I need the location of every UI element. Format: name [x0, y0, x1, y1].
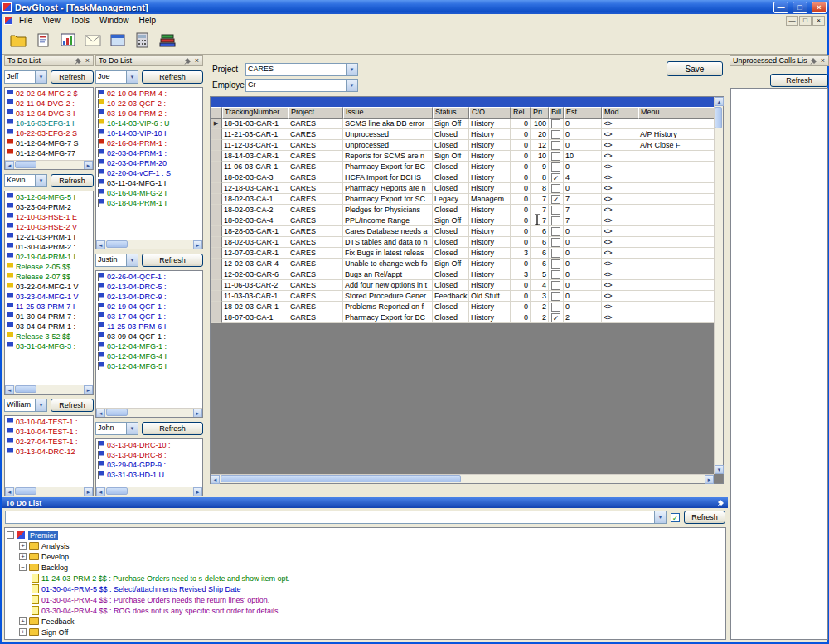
employee-combo[interactable]: Cr ▼ — [245, 79, 358, 92]
row-selector[interactable] — [211, 172, 222, 183]
menu-window[interactable]: Window — [95, 16, 134, 25]
scroll-thumb[interactable] — [715, 107, 722, 128]
scroll-track[interactable] — [14, 385, 84, 394]
close-icon[interactable]: × — [85, 57, 90, 65]
table-row[interactable]: 11-12-03-CAR-1CARESUnprocessedClosedHist… — [211, 140, 714, 151]
todo-item[interactable]: 03-31-04-MFG-3 : — [7, 341, 93, 351]
bill-checkbox[interactable] — [551, 292, 560, 301]
row-selector[interactable] — [211, 151, 222, 162]
tree-horizontal-scrollbar[interactable]: ◄► — [5, 487, 93, 496]
tree-row[interactable]: 01-30-04-PRM-4 $$ : Purchase Orders need… — [32, 594, 724, 605]
save-button[interactable]: Save — [667, 61, 723, 76]
todo-item[interactable]: Release 2-05 $$ — [7, 262, 93, 272]
todo-item[interactable]: 02-16-04-PRM-1 : — [98, 138, 202, 148]
bill-checkbox[interactable] — [551, 238, 560, 247]
column-header-status[interactable]: Status — [433, 107, 469, 119]
column-header-est[interactable]: Est — [564, 107, 602, 119]
bill-checkbox[interactable] — [551, 259, 560, 269]
scroll-right-icon[interactable]: ► — [705, 475, 714, 484]
column-header-bill[interactable]: Bill — [549, 107, 564, 119]
chevron-down-icon[interactable]: ▼ — [346, 64, 357, 75]
table-row[interactable]: 11-06-03-CAR-1CARESPharmacy Export for B… — [211, 162, 714, 172]
bill-checkbox[interactable] — [551, 270, 560, 279]
report-icon[interactable] — [32, 29, 54, 51]
row-selector[interactable] — [211, 248, 222, 259]
table-row[interactable]: 18-14-03-CAR-1CARESReports for SCMS are … — [211, 151, 714, 162]
collapse-icon[interactable]: − — [19, 564, 27, 571]
tree-row[interactable]: +Sign Off — [19, 627, 724, 637]
window-icon[interactable] — [106, 29, 128, 51]
row-selector[interactable] — [211, 269, 222, 280]
todo-item[interactable]: 02-03-04-PRM-20 — [98, 158, 202, 168]
maximize-button[interactable]: □ — [793, 2, 807, 13]
row-selector[interactable] — [211, 194, 222, 205]
chevron-down-icon[interactable]: ▼ — [654, 511, 666, 523]
todo-item[interactable]: 03-18-04-PRM-1 I — [98, 198, 202, 208]
todo-item[interactable]: 02-13-04-DRC-5 : — [98, 282, 202, 292]
todo-item[interactable]: 02-26-04-QCF-1 : — [98, 272, 202, 282]
row-selector[interactable] — [211, 291, 222, 302]
menu-help[interactable]: Help — [134, 16, 162, 25]
tree-row[interactable]: +Analysis — [19, 540, 724, 551]
scroll-left-icon[interactable]: ◄ — [96, 487, 105, 496]
row-selector[interactable] — [211, 280, 222, 291]
column-header-issue[interactable]: Issue — [343, 107, 433, 119]
scroll-track[interactable] — [105, 409, 193, 417]
scroll-thumb[interactable] — [15, 487, 36, 495]
todo-item[interactable]: 03-13-04-DRC-8 : — [98, 450, 202, 460]
scroll-right-icon[interactable]: ► — [193, 240, 202, 249]
refresh-button[interactable]: Refresh — [142, 422, 203, 435]
pin-icon[interactable] — [75, 57, 82, 65]
todo-item[interactable]: 03-12-04-MFG-4 I — [98, 351, 202, 361]
scroll-track[interactable] — [715, 106, 723, 465]
bill-checkbox[interactable] — [551, 152, 560, 161]
chevron-down-icon[interactable]: ▼ — [35, 71, 46, 83]
row-selector[interactable] — [211, 205, 222, 215]
row-selector[interactable] — [211, 302, 222, 312]
todo-item[interactable]: 03-23-04-MFG-1 V — [7, 292, 93, 302]
column-header-co[interactable]: C/O — [469, 107, 511, 119]
todo-item[interactable]: 02-10-04-PRM-4 : — [98, 89, 202, 99]
scroll-right-icon[interactable]: ► — [84, 487, 93, 496]
filter-combo[interactable]: ▼ — [5, 511, 667, 524]
scroll-down-icon[interactable]: ▼ — [715, 465, 724, 474]
mdi-restore-icon[interactable]: □ — [799, 16, 812, 26]
refresh-button[interactable]: Refresh — [684, 511, 725, 524]
tree-row[interactable]: 03-30-04-PRM-4 $$ : ROG does not is any … — [32, 605, 724, 616]
column-header-project[interactable]: Project — [288, 107, 343, 119]
column-header-pri[interactable]: Pri — [531, 107, 549, 119]
chevron-down-icon[interactable]: ▼ — [126, 423, 138, 434]
todo-item[interactable]: 02-27-04-TEST-1 : — [7, 437, 93, 447]
bill-checkbox[interactable] — [551, 227, 560, 236]
todo-item[interactable]: 10-16-03-EFG-1 I — [7, 119, 93, 128]
refresh-button[interactable]: Refresh — [142, 254, 203, 267]
collapse-icon[interactable]: − — [7, 531, 14, 539]
table-row[interactable]: 11-06-03-CAR-2CARESAdd four new options … — [211, 280, 714, 291]
todo-item[interactable]: 03-22-04-MFG-1 V — [7, 282, 93, 292]
scroll-thumb[interactable] — [106, 240, 128, 248]
row-selector[interactable] — [211, 259, 222, 269]
row-selector[interactable] — [211, 226, 222, 237]
table-row[interactable]: 18-28-03-CAR-1CARESCares Database needs … — [211, 226, 714, 237]
tree-row[interactable]: +Develop — [19, 551, 724, 562]
chevron-down-icon[interactable]: ▼ — [346, 80, 357, 91]
scroll-right-icon[interactable]: ► — [84, 385, 93, 395]
scroll-left-icon[interactable]: ◄ — [96, 409, 105, 418]
todo-item[interactable]: 02-02-04-MFG-2 $ — [7, 89, 93, 99]
todo-item[interactable]: 02-11-04-DVG-2 : — [7, 99, 93, 109]
pin-icon[interactable] — [184, 57, 191, 65]
bill-checkbox[interactable]: ✓ — [551, 195, 560, 204]
close-button[interactable]: × — [812, 2, 827, 13]
close-icon[interactable]: × — [820, 57, 826, 65]
column-header-trackingnumber[interactable]: TrackingNumber — [222, 107, 288, 119]
scroll-left-icon[interactable]: ◄ — [5, 161, 14, 170]
table-row[interactable]: 12-18-03-CAR-1CARESPharmacy Reports are … — [211, 183, 714, 194]
bill-checkbox[interactable] — [551, 119, 560, 128]
todo-item[interactable]: 03-12-04-MFG-5 I — [7, 192, 93, 202]
todo-item[interactable]: 03-23-04-PRM-2 — [7, 202, 93, 212]
scroll-track[interactable] — [220, 475, 705, 483]
row-selector[interactable] — [211, 237, 222, 248]
calculator-icon[interactable] — [131, 29, 153, 51]
scroll-right-icon[interactable]: ► — [193, 409, 202, 418]
todo-item[interactable]: 12-10-03-HSE-1 E — [7, 212, 93, 222]
